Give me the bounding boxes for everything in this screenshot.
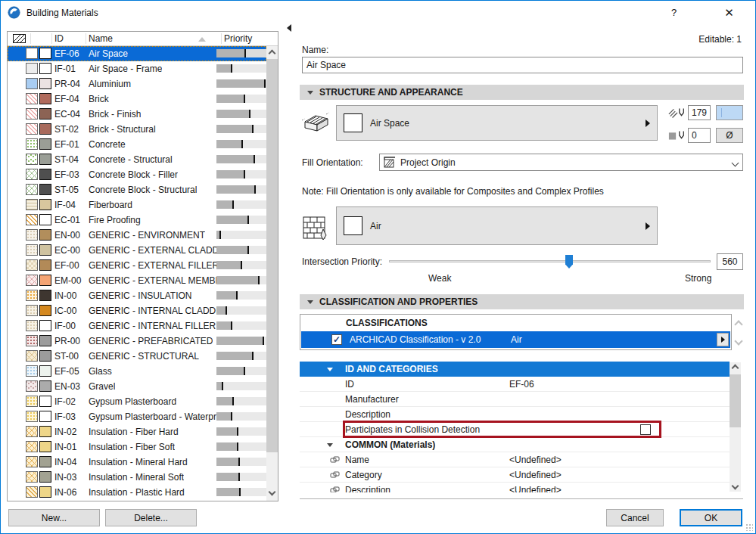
surface-swatch[interactable] [39, 380, 51, 392]
col-name[interactable]: Name [89, 33, 113, 44]
surface-swatch[interactable] [39, 93, 51, 104]
surface-swatch[interactable] [39, 275, 51, 286]
surface-swatch[interactable] [39, 426, 51, 437]
fill-swatch[interactable] [26, 123, 38, 135]
fill-swatch[interactable] [26, 320, 38, 331]
col-priority[interactable]: Priority [224, 33, 252, 44]
table-row[interactable]: IN-01Insulation - Fiber Soft [8, 439, 266, 455]
surface-swatch[interactable] [39, 456, 51, 467]
surface-swatch[interactable] [39, 154, 51, 165]
property-row[interactable]: Category<Undefined> [300, 467, 730, 483]
close-button[interactable]: ✕ [712, 1, 746, 24]
table-row[interactable]: EC-04Brick - Finish [8, 107, 266, 122]
table-row[interactable]: IF-03Gypsum Plasterboard - Waterproo [8, 409, 266, 424]
surface-swatch[interactable] [39, 486, 51, 498]
collision-detection-checkbox[interactable] [640, 424, 651, 435]
surface-swatch[interactable] [39, 320, 51, 331]
fill-swatch[interactable] [26, 426, 38, 437]
surface-swatch[interactable] [39, 169, 51, 180]
surface-swatch[interactable] [39, 214, 51, 225]
property-row[interactable]: Description<Undefined> [300, 483, 730, 492]
scroll-up-icon[interactable] [732, 365, 739, 372]
surface-swatch[interactable] [39, 471, 51, 483]
collapse-panel-icon[interactable] [287, 24, 291, 32]
materials-scrollbar[interactable] [266, 46, 278, 501]
surface-swatch[interactable] [39, 244, 51, 256]
property-group-header[interactable]: ID AND CATEGORIES [300, 362, 730, 377]
table-row[interactable]: IN-06Insulation - Plastic Hard [8, 485, 266, 500]
table-row[interactable]: EN-00GENERIC - ENVIRONMENT [8, 228, 266, 243]
classification-picker-button[interactable] [717, 333, 729, 346]
table-row[interactable]: ST-04Concrete - Structural [8, 152, 266, 167]
table-row[interactable]: EF-03Concrete Block - Filler [8, 167, 266, 182]
table-row[interactable]: IN-04Insulation - Mineral Hard [8, 455, 266, 470]
table-row[interactable]: EF-05Glass [8, 364, 266, 379]
surface-swatch[interactable] [39, 63, 51, 74]
fill-swatch[interactable] [26, 154, 38, 165]
table-row[interactable]: IF-01Air Space - Frame [8, 61, 266, 76]
property-value[interactable]: <Undefined> [509, 485, 562, 492]
table-row[interactable]: IF-00GENERIC - INTERNAL FILLER [8, 318, 266, 334]
surface-swatch[interactable] [39, 305, 51, 316]
property-value[interactable]: <Undefined> [509, 470, 562, 480]
table-header[interactable]: ID Name Priority [8, 32, 278, 46]
help-button[interactable]: ? [657, 1, 691, 24]
fill-swatch[interactable] [26, 350, 38, 362]
fill-swatch[interactable] [26, 138, 38, 150]
classification-row[interactable]: ✓ ARCHICAD Classification - v 2.0 Air [301, 331, 730, 348]
fill-swatch[interactable] [26, 411, 38, 422]
property-row[interactable]: Participates in Collision Detection [300, 422, 730, 437]
cut-fill-background-pen-input[interactable]: 0 [688, 128, 711, 143]
property-group-header[interactable]: COMMON (Materials) [300, 437, 730, 452]
fill-swatch[interactable] [26, 108, 38, 120]
section-classification-properties[interactable]: CLASSIFICATION AND PROPERTIES [300, 294, 744, 309]
surface-swatch[interactable] [39, 123, 51, 135]
table-row[interactable]: IF-02Gypsum Plasterboard [8, 394, 266, 409]
surface-swatch[interactable] [39, 365, 51, 377]
table-row[interactable]: IC-00GENERIC - INTERNAL CLADDING [8, 303, 266, 318]
surface-swatch[interactable] [39, 396, 51, 407]
surface-swatch[interactable] [39, 411, 51, 422]
cut-fill-pen-input[interactable]: 179 [688, 105, 711, 120]
table-row[interactable]: EF-04Brick [8, 92, 266, 107]
property-row[interactable]: Manufacturer [300, 392, 730, 407]
table-row[interactable]: EF-01Concrete [8, 137, 266, 152]
fill-swatch[interactable] [26, 199, 38, 210]
intersection-priority-slider[interactable] [389, 255, 711, 269]
fill-swatch[interactable] [26, 244, 38, 256]
fill-swatch[interactable] [26, 259, 38, 271]
surface-swatch[interactable] [39, 48, 51, 59]
property-row[interactable]: Name<Undefined> [300, 452, 730, 467]
property-value[interactable]: EF-06 [509, 379, 534, 390]
fill-swatch[interactable] [26, 93, 38, 104]
fill-swatch[interactable] [26, 456, 38, 467]
table-row[interactable]: EF-06Air Space [8, 46, 266, 61]
fill-swatch[interactable] [26, 365, 38, 377]
table-row[interactable]: EC-00GENERIC - EXTERNAL CLADDING [8, 243, 266, 258]
fill-swatch[interactable] [26, 441, 38, 452]
property-row[interactable]: IDEF-06 [300, 377, 730, 392]
slider-track[interactable] [389, 260, 711, 262]
fill-swatch[interactable] [26, 335, 38, 346]
surface-swatch[interactable] [39, 259, 51, 271]
surface-swatch[interactable] [39, 78, 51, 89]
cancel-button[interactable]: Cancel [606, 509, 664, 526]
property-row[interactable]: Description [300, 407, 730, 422]
scroll-down-icon[interactable] [269, 489, 276, 496]
table-row[interactable]: PR-00GENERIC - PREFABRICATED [8, 334, 266, 349]
table-row[interactable]: IN-02Insulation - Fiber Hard [8, 424, 266, 439]
cut-fill-pen-color-button[interactable] [716, 105, 743, 120]
surface-swatch[interactable] [39, 108, 51, 120]
new-button[interactable]: New... [8, 509, 100, 526]
surface-swatch[interactable] [39, 138, 51, 150]
surface-swatch[interactable] [39, 290, 51, 301]
fill-swatch[interactable] [26, 486, 38, 498]
scroll-down-icon[interactable] [732, 483, 739, 490]
fill-swatch[interactable] [26, 63, 38, 74]
fill-swatch[interactable] [26, 48, 38, 59]
table-row[interactable]: EM-00GENERIC - EXTERNAL MEMBRANE [8, 273, 266, 288]
classification-checkbox[interactable]: ✓ [331, 334, 342, 345]
scroll-down-icon[interactable] [734, 337, 742, 345]
cut-fill-selector[interactable]: Air Space [336, 105, 658, 141]
fill-swatch[interactable] [26, 275, 38, 286]
